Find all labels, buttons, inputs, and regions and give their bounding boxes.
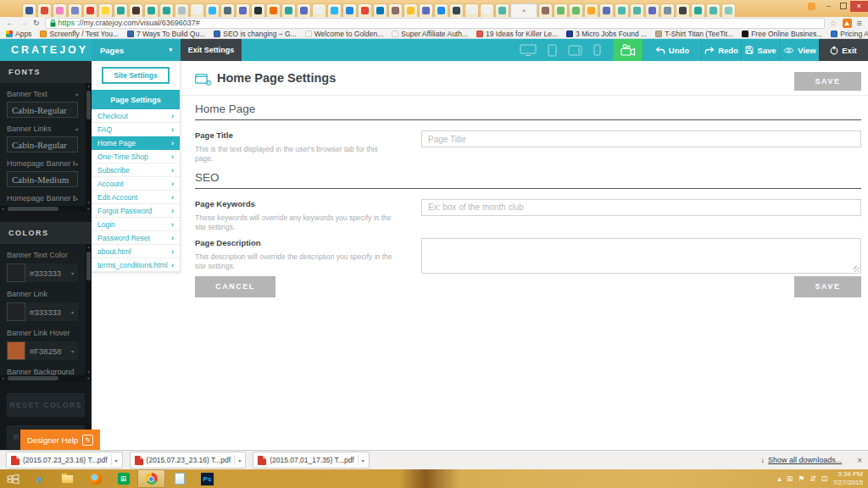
page-settings-item[interactable]: Checkout ›	[92, 109, 180, 123]
browser-tab[interactable]: ×	[538, 3, 553, 17]
browser-tab[interactable]: ×	[342, 3, 357, 17]
exit-button[interactable]: Exit	[819, 39, 868, 61]
browser-tab[interactable]: ×	[144, 3, 159, 17]
download-item[interactable]: (2015.07.23_23.16) T...pdf ▾	[130, 452, 247, 469]
bookmark-item[interactable]: 7 Ways To Build Qu...	[127, 30, 205, 38]
show-all-downloads-link[interactable]: ↓ Show all downloads...	[761, 456, 843, 464]
browser-tab[interactable]: ×	[615, 3, 629, 17]
tab-close-icon[interactable]: ×	[522, 8, 526, 14]
browser-tab[interactable]: ×	[98, 3, 113, 17]
color-value-select[interactable]: #F38258 ▾	[25, 341, 78, 360]
browser-tab[interactable]: ×	[630, 3, 644, 17]
taskbar-app-icon[interactable]: e	[25, 469, 53, 488]
font-select[interactable]: Cabin-Medium	[7, 171, 78, 187]
scroll-up-icon[interactable]: ▴	[87, 245, 90, 249]
color-swatch[interactable]	[7, 341, 25, 360]
horizontal-scrollbar[interactable]: ◂ ▸	[0, 206, 92, 212]
chevron-down-icon[interactable]: ▾	[75, 126, 78, 132]
taskbar-app-icon[interactable]: Ps	[193, 469, 221, 488]
browser-tab[interactable]: ×	[373, 3, 387, 17]
page-settings-item[interactable]: Edit Account ›	[92, 191, 180, 204]
browser-tab[interactable]: ×	[569, 3, 583, 17]
taskbar-app-icon[interactable]: ⊞	[109, 469, 137, 488]
browser-tab[interactable]: ×	[388, 3, 403, 17]
page-settings-item[interactable]: Account ›	[92, 177, 180, 191]
font-select[interactable]: Cabin-Regular	[7, 136, 78, 152]
browser-tab[interactable]: ×	[114, 3, 128, 17]
page-settings-item[interactable]: terms_conditions.html ›	[92, 258, 180, 272]
close-downloads-bar-icon[interactable]: ×	[857, 456, 862, 465]
browser-tab[interactable]: ×	[480, 3, 494, 17]
record-walkthrough-button[interactable]	[613, 39, 643, 61]
device-phone-icon[interactable]	[593, 44, 601, 56]
browser-tab[interactable]: ×	[449, 3, 464, 17]
bookmark-item[interactable]: SEO is changing – G...	[214, 30, 296, 38]
page-settings-item[interactable]: Subscribe ›	[92, 164, 180, 177]
scroll-left-icon[interactable]: ◂	[2, 376, 4, 380]
save-button-top[interactable]: SAVE	[794, 72, 861, 91]
scrollbar-thumb[interactable]	[8, 376, 58, 380]
browser-tab[interactable]: ×	[236, 3, 250, 17]
tray-icon[interactable]: ▴	[777, 475, 782, 483]
browser-tab[interactable]: ×	[403, 3, 418, 17]
tray-icon[interactable]: ⊞	[787, 475, 793, 483]
cancel-button[interactable]: CANCEL	[195, 276, 275, 297]
browser-tab[interactable]: ×	[645, 3, 659, 17]
page-settings-item[interactable]: Password Reset ›	[92, 231, 180, 245]
chevron-down-icon[interactable]: ▾	[111, 455, 118, 465]
page-title-input[interactable]	[421, 130, 861, 147]
device-tablet-landscape-icon[interactable]	[568, 45, 582, 56]
download-item[interactable]: (2015.07.01_17.35) T...pdf ▾	[253, 452, 370, 469]
profile-avatar-icon[interactable]	[808, 3, 815, 10]
maximize-button[interactable]	[836, 1, 850, 12]
browser-tab[interactable]: ×	[465, 3, 479, 17]
chrome-menu-icon[interactable]: ≡	[857, 18, 862, 28]
statcounter-extension-icon[interactable]	[843, 19, 852, 28]
bookmark-item[interactable]: Screenfly / Test You...	[40, 30, 119, 38]
browser-tab[interactable]: ×	[495, 3, 509, 17]
browser-tab[interactable]: ×	[554, 3, 568, 17]
exit-settings-button[interactable]: Exit Settings	[181, 39, 242, 61]
bookmark-item[interactable]: Pricing Affiliate Pig	[831, 30, 868, 38]
back-icon[interactable]: ←	[6, 19, 14, 27]
browser-tab[interactable]: ×	[358, 3, 372, 17]
designer-help-button[interactable]: Designer Help ✎	[20, 430, 100, 450]
browser-tab[interactable]: ×	[129, 3, 143, 17]
browser-tab[interactable]: ×	[510, 3, 537, 17]
bookmark-item[interactable]: Super Affiliate Auth...	[392, 30, 468, 38]
browser-tab[interactable]: ×	[419, 3, 433, 17]
chevron-down-icon[interactable]: ▾	[75, 92, 78, 97]
minimize-button[interactable]: –	[821, 1, 836, 12]
taskbar-clock[interactable]: 3:34 PM 7/27/2015	[832, 470, 863, 487]
browser-tab[interactable]: ×	[599, 3, 614, 17]
refresh-icon[interactable]: ↻	[33, 19, 40, 27]
browser-tab[interactable]: ×	[220, 3, 235, 17]
vertical-scrollbar[interactable]: ▴ ▾	[86, 244, 92, 375]
browser-tab[interactable]: ×	[706, 3, 721, 17]
browser-tab[interactable]: ×	[37, 3, 52, 17]
browser-tab[interactable]: ×	[312, 3, 326, 17]
browser-tab[interactable]: ×	[281, 3, 296, 17]
browser-tab[interactable]: ×	[660, 3, 675, 17]
tray-icon[interactable]: ⊡	[821, 475, 828, 483]
tray-icon[interactable]: ⇵	[810, 475, 816, 483]
color-swatch[interactable]	[7, 302, 25, 321]
color-swatch[interactable]	[7, 263, 25, 282]
bookmark-star-icon[interactable]: ☆	[830, 19, 837, 28]
vertical-scrollbar[interactable]: ▴ ▾	[86, 83, 92, 206]
page-settings-item[interactable]: about.html ›	[92, 245, 180, 258]
save-toolbar-button[interactable]: Save	[741, 39, 780, 61]
bookmark-item[interactable]: Free Online Busines...	[742, 30, 822, 38]
page-settings-item[interactable]: Home Page ›	[92, 136, 180, 150]
browser-tab[interactable]: ×	[175, 3, 189, 17]
browser-tab[interactable]: ×	[83, 3, 97, 17]
undo-button[interactable]: Undo	[643, 39, 701, 61]
scrollbar-thumb[interactable]	[86, 91, 91, 119]
scroll-right-icon[interactable]: ▸	[87, 207, 90, 211]
scrollbar-thumb[interactable]	[86, 252, 91, 280]
color-value-select[interactable]: #333333 ▾	[25, 302, 78, 321]
bookmark-item[interactable]: T-Shirt Titan (TeeTit...	[655, 30, 733, 38]
close-button[interactable]: ×	[850, 1, 868, 12]
browser-tab[interactable]: ×	[53, 3, 67, 17]
address-bar[interactable]: https://my.cratejoy.com/visual/63696037#	[45, 18, 825, 29]
